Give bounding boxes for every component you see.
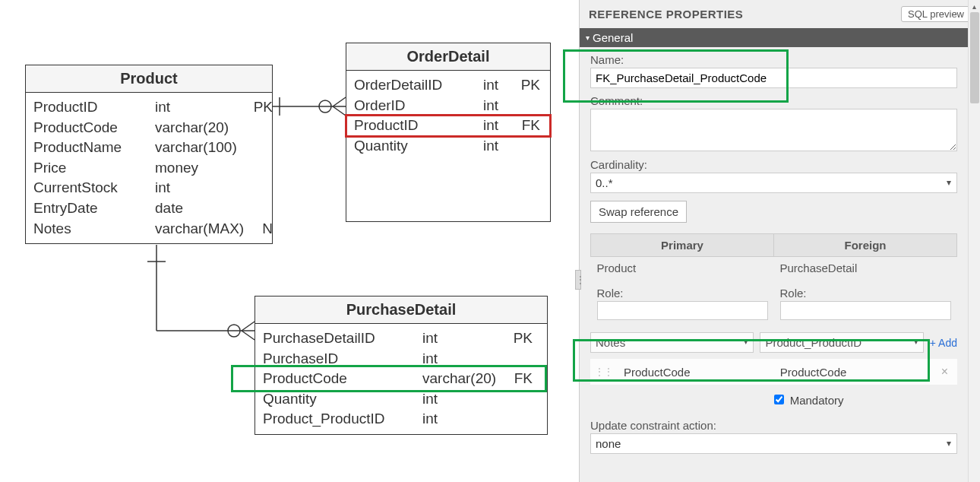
column-row[interactable]: ProductNamevarchar(100) xyxy=(33,138,264,158)
name-label: Name: xyxy=(590,53,957,66)
chevron-down-icon: ▾ xyxy=(586,33,590,42)
panel-title: REFERENCE PROPERTIES xyxy=(589,8,743,21)
svg-point-2 xyxy=(319,100,331,113)
foreign-column: ProductCode xyxy=(780,366,937,379)
column-row[interactable]: Product_ProductIDint xyxy=(263,409,539,430)
entity-body: OrderDetailIDintPK OrderIDint ProductIDi… xyxy=(346,71,550,160)
column-dropdown-row: Notes Product_ProductID + Add xyxy=(590,332,957,353)
entity-order-detail[interactable]: OrderDetail OrderDetailIDintPK OrderIDin… xyxy=(346,43,551,222)
update-action-select[interactable]: none xyxy=(590,433,957,454)
column-row-highlighted[interactable]: ProductCodevarchar(20)FK xyxy=(263,369,539,389)
column-row-highlighted[interactable]: ProductIDintFK xyxy=(346,116,550,136)
name-input[interactable] xyxy=(590,68,957,88)
foreign-role-input[interactable] xyxy=(780,301,951,320)
foreign-entity: PurchaseDetail xyxy=(774,257,957,280)
column-row[interactable]: PurchaseDetailIDintPK xyxy=(263,328,539,349)
role-label: Role: xyxy=(780,287,951,300)
svg-line-10 xyxy=(242,331,254,340)
column-mapping-row[interactable]: ⋮⋮ ProductCode ProductCode × xyxy=(590,359,957,385)
scroll-thumb[interactable] xyxy=(970,12,979,103)
mandatory-checkbox[interactable] xyxy=(774,395,784,404)
column-row[interactable]: ProductIDintPK xyxy=(33,97,264,118)
entity-title: OrderDetail xyxy=(346,43,550,71)
add-column-link[interactable]: + Add xyxy=(930,337,957,349)
foreign-column-select[interactable]: Product_ProductID xyxy=(760,332,923,353)
column-row[interactable]: EntryDatedate xyxy=(33,198,264,219)
panel-header: REFERENCE PROPERTIES SQL preview xyxy=(580,0,980,28)
section-label: General xyxy=(593,31,633,44)
column-row[interactable]: OrderDetailIDintPK xyxy=(354,75,542,96)
drag-handle-icon[interactable]: ⋮⋮ xyxy=(595,366,618,377)
column-row[interactable]: PurchaseIDint xyxy=(263,349,539,369)
svg-line-3 xyxy=(333,97,346,106)
primary-column: ProductCode xyxy=(618,366,780,379)
entity-body: ProductIDintPK ProductCodevarchar(20) Pr… xyxy=(26,93,272,243)
column-row[interactable]: Quantityint xyxy=(354,136,542,157)
section-header-general[interactable]: ▾ General xyxy=(580,28,980,47)
primary-foreign-table: Primary Foreign Product PurchaseDetail R… xyxy=(590,233,957,325)
primary-role-input[interactable] xyxy=(597,301,768,320)
column-row[interactable]: OrderIDint xyxy=(354,96,542,116)
scroll-up-icon[interactable]: ▴ xyxy=(969,0,980,12)
svg-line-9 xyxy=(242,322,254,331)
swap-reference-button[interactable]: Swap reference xyxy=(590,201,687,223)
role-label: Role: xyxy=(597,287,768,300)
comment-label: Comment: xyxy=(590,94,957,107)
primary-column-select[interactable]: Notes xyxy=(590,332,754,353)
svg-line-4 xyxy=(333,106,346,116)
svg-point-8 xyxy=(228,325,240,337)
cardinality-select[interactable]: 0..* xyxy=(590,173,957,193)
column-row[interactable]: Notesvarchar(MAX)N xyxy=(33,219,264,239)
entity-purchase-detail[interactable]: PurchaseDetail PurchaseDetailIDintPK Pur… xyxy=(254,296,548,435)
column-row[interactable]: ProductCodevarchar(20) xyxy=(33,118,264,138)
foreign-header: Foreign xyxy=(774,234,957,257)
comment-textarea[interactable] xyxy=(590,109,957,151)
primary-entity: Product xyxy=(591,257,774,280)
properties-panel: REFERENCE PROPERTIES SQL preview ▾ Gener… xyxy=(579,0,980,482)
column-row[interactable]: CurrentStockint xyxy=(33,178,264,198)
primary-header: Primary xyxy=(591,234,774,257)
remove-mapping-button[interactable]: × xyxy=(937,365,953,379)
mandatory-checkbox-label[interactable]: Mandatory xyxy=(774,394,844,407)
column-row[interactable]: Quantityint xyxy=(263,389,539,410)
column-row[interactable]: Pricemoney xyxy=(33,158,264,179)
diagram-canvas[interactable]: Product ProductIDintPK ProductCodevarcha… xyxy=(0,0,579,482)
entity-body: PurchaseDetailIDintPK PurchaseIDint Prod… xyxy=(255,324,547,434)
panel-scrollbar[interactable]: ▴ xyxy=(968,0,980,482)
update-action-label: Update constraint action: xyxy=(590,419,957,432)
entity-product[interactable]: Product ProductIDintPK ProductCodevarcha… xyxy=(25,65,273,244)
entity-title: PurchaseDetail xyxy=(255,296,547,324)
mandatory-row: Mandatory xyxy=(590,394,957,407)
cardinality-label: Cardinality: xyxy=(590,158,957,171)
sql-preview-button[interactable]: SQL preview xyxy=(901,6,971,22)
section-body-general: Name: Comment: Cardinality: 0..* Swap re… xyxy=(580,47,980,468)
entity-title: Product xyxy=(26,65,272,93)
